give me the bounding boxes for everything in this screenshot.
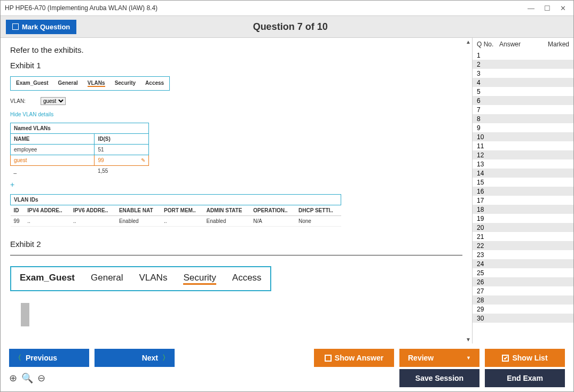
col-marked: Marked (537, 41, 569, 48)
close-icon[interactable]: ✕ (560, 4, 566, 12)
question-list-panel: Q No. Answer Marked 12345678910111213141… (472, 38, 573, 343)
ex2-tab-vlans: VLANs (139, 273, 167, 285)
question-list[interactable]: 1234567891011121314151617181920212223242… (473, 51, 573, 343)
list-item[interactable]: 22 (473, 241, 573, 250)
minimize-icon[interactable]: — (528, 4, 534, 12)
ex1-named-table: Named VLANs NAMEID(S) employee51 guest99… (10, 123, 149, 176)
list-item[interactable]: 12 (473, 150, 573, 159)
maximize-icon[interactable]: ☐ (544, 4, 551, 12)
ex1-tab-vlans: VLANs (88, 80, 105, 87)
show-answer-button[interactable]: Show Answer (314, 349, 394, 367)
question-scroll-pane[interactable]: ▲ ▼ Refer to the exhibits. Exhibit 1 Exa… (1, 38, 472, 343)
window-controls: — ☐ ✕ (528, 4, 569, 12)
zoom-in-icon[interactable]: 🔍 (21, 372, 33, 384)
ex1-tab-name: Exam_Guest (16, 80, 49, 87)
ex1-add-icon: + (10, 180, 462, 189)
ex1-ids-table: VLAN IDs ID IPV4 ADDRE.. IPV6 ADDRE.. EN… (10, 194, 341, 227)
list-item[interactable]: 5 (473, 87, 573, 96)
zoom-out-icon[interactable]: ⊖ (37, 372, 45, 384)
ex1-ids-title: VLAN IDs (11, 195, 341, 205)
mark-question-label: Mark Question (22, 23, 70, 31)
list-item[interactable]: 7 (473, 105, 573, 114)
list-item[interactable]: 11 (473, 141, 573, 150)
main-body: ▲ ▼ Refer to the exhibits. Exhibit 1 Exa… (1, 38, 573, 343)
ex1-hide-link: Hide VLAN details (10, 111, 462, 117)
mark-question-button[interactable]: Mark Question (6, 20, 76, 34)
exhibit2: Exam_Guest General VLANs Security Access (10, 255, 462, 326)
list-item[interactable]: 1 (473, 51, 573, 60)
checkbox-checked-icon: ✔ (502, 355, 509, 362)
list-item[interactable]: 15 (473, 178, 573, 187)
previous-button[interactable]: 〈 Previous (9, 349, 89, 367)
table-row: 99 .. .. Enabled .. Enabled N/A None (11, 216, 341, 227)
ex2-tab-name: Exam_Guest (20, 273, 75, 285)
footer-row-2: ⊕ 🔍 ⊖ Save Session End Exam (9, 369, 565, 387)
ex1-vlan-label: VLAN: (10, 98, 26, 104)
ex2-tab-general: General (91, 273, 123, 285)
titlebar: HP HPE6-A70 (Implementing Aruba WLAN (IA… (1, 1, 573, 15)
ex1-tab-general: General (58, 80, 78, 87)
list-item[interactable]: 16 (473, 187, 573, 196)
list-item[interactable]: 4 (473, 78, 573, 87)
footer: 〈 Previous Next 〉 Show Answer Review ▼ ✔… (1, 343, 573, 391)
ex1-named-title: Named VLANs (11, 123, 149, 134)
next-button[interactable]: Next 〉 (95, 349, 175, 367)
question-list-header: Q No. Answer Marked (473, 38, 573, 51)
end-exam-button[interactable]: End Exam (485, 369, 565, 387)
ex2-tabs: Exam_Guest General VLANs Security Access (10, 266, 271, 291)
app-window: HP HPE6-A70 (Implementing Aruba WLAN (IA… (0, 0, 574, 392)
list-item[interactable]: 29 (473, 305, 573, 314)
ex2-slider-handle (21, 303, 29, 326)
save-session-button[interactable]: Save Session (399, 369, 479, 387)
ex1-tabs: Exam_Guest General VLANs Security Access (10, 76, 170, 91)
list-item[interactable]: 23 (473, 250, 573, 259)
zoom-reset-icon[interactable]: ⊕ (9, 372, 17, 384)
scroll-down-icon[interactable]: ▼ (466, 337, 471, 342)
list-item[interactable]: 6 (473, 96, 573, 105)
list-item[interactable]: 18 (473, 205, 573, 214)
list-item[interactable]: 3 (473, 69, 573, 78)
question-intro: Refer to the exhibits. (10, 45, 462, 54)
review-button[interactable]: Review ▼ (399, 349, 479, 367)
ex1-tab-security: Security (115, 80, 136, 87)
list-item[interactable]: 27 (473, 286, 573, 295)
list-item[interactable]: 26 (473, 277, 573, 286)
chevron-down-icon: ▼ (466, 355, 471, 361)
table-row: guest99✎ (11, 155, 149, 166)
question-content: Refer to the exhibits. Exhibit 1 Exam_Gu… (1, 38, 472, 334)
chevron-left-icon: 〈 (14, 353, 21, 363)
list-item[interactable]: 9 (473, 123, 573, 132)
zoom-controls: ⊕ 🔍 ⊖ (9, 372, 45, 384)
ex2-divider (10, 255, 462, 255)
list-item[interactable]: 10 (473, 132, 573, 141)
window-title: HP HPE6-A70 (Implementing Aruba WLAN (IA… (5, 4, 528, 12)
list-item[interactable]: 20 (473, 223, 573, 232)
ex1-tab-access: Access (145, 80, 164, 87)
list-item[interactable]: 24 (473, 259, 573, 268)
col-answer: Answer (499, 41, 537, 48)
exhibit2-label: Exhibit 2 (10, 239, 462, 249)
list-item[interactable]: 25 (473, 268, 573, 277)
table-row: employee51 (11, 145, 149, 155)
footer-row-1: 〈 Previous Next 〉 Show Answer Review ▼ ✔… (9, 349, 565, 367)
ex1-vlan-select: guest (41, 97, 66, 105)
ex1-vlan-row: VLAN: guest (10, 97, 462, 105)
list-item[interactable]: 14 (473, 169, 573, 178)
ex2-tab-access: Access (232, 273, 262, 285)
list-item[interactable]: 30 (473, 314, 573, 323)
edit-icon: ✎ (141, 157, 145, 163)
list-item[interactable]: 21 (473, 232, 573, 241)
checkbox-icon (325, 355, 332, 362)
list-item[interactable]: 28 (473, 295, 573, 305)
list-item[interactable]: 13 (473, 159, 573, 169)
list-item[interactable]: 2 (473, 60, 573, 69)
top-toolbar: Mark Question Question 7 of 10 (1, 15, 573, 38)
scroll-up-icon[interactable]: ▲ (466, 39, 471, 45)
question-counter: Question 7 of 10 (76, 21, 504, 33)
ex1-named-col-ids: ID(S) (95, 134, 149, 145)
list-item[interactable]: 8 (473, 114, 573, 123)
show-list-button[interactable]: ✔ Show List (485, 349, 565, 367)
list-item[interactable]: 19 (473, 214, 573, 223)
ex1-named-col-name: NAME (11, 134, 95, 145)
list-item[interactable]: 17 (473, 196, 573, 205)
